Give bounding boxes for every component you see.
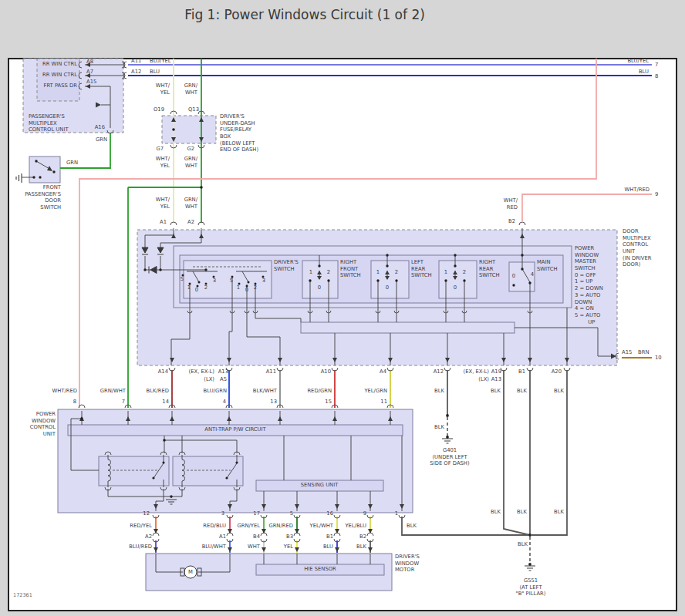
ground-g401-label: G401 (UNDER LEFT SIDE OF DASH) bbox=[430, 447, 469, 467]
g401-ground-icon bbox=[442, 439, 453, 443]
door-switch-ground-icon bbox=[16, 173, 22, 183]
conn-a15: A15 bbox=[622, 349, 632, 356]
conn-a5: A5 bbox=[220, 376, 227, 383]
pin-a15: A15 bbox=[86, 79, 96, 86]
conn-a19-trim: (EX, EX-L) bbox=[464, 369, 489, 375]
solid-component-boxes bbox=[29, 157, 572, 591]
wire-brn: BRN bbox=[638, 349, 649, 356]
conn-b1b: B1 bbox=[326, 534, 333, 540]
drv-a0: 0 bbox=[195, 287, 198, 294]
pin-a2: A2 bbox=[187, 219, 194, 226]
page-ref-10: 10 bbox=[655, 355, 662, 362]
hie-sensor-label: HIE SENSOR bbox=[304, 566, 336, 573]
fuse-box-label: DRIVER'S UNDER-DASH FUSE/RELAY BOX (BELO… bbox=[220, 113, 258, 153]
lr-pos-0: 0 bbox=[386, 284, 389, 291]
wire-blu-grn: BLU/GRN bbox=[204, 388, 227, 395]
wire-wht-yel-3: WHT/ YEL bbox=[156, 197, 170, 210]
pwcu-pin-9b: 9 bbox=[363, 510, 366, 517]
power-windows-circuit-page: Fig 1: Power Windows Circuit (1 of 2) bbox=[0, 0, 685, 616]
master-switch-bus-bar bbox=[301, 322, 515, 333]
conn-a13: A13 bbox=[218, 369, 228, 375]
wire-grn-wht-1: GRN/ WHT bbox=[184, 82, 197, 96]
conn-a1b: A1 bbox=[219, 534, 226, 540]
pwcu-pin-5b: 5 bbox=[290, 510, 293, 517]
wire-blu: BLU bbox=[323, 544, 333, 550]
rr-pos-1: 1 bbox=[444, 269, 447, 276]
wire-wht-red-9 bbox=[522, 194, 652, 221]
pwcu-pin-4: 4 bbox=[223, 399, 226, 406]
drv-a2: 2 bbox=[204, 284, 208, 291]
conn-b2b: B2 bbox=[359, 534, 366, 540]
frt-pass-dr: FRT PASS DR bbox=[43, 82, 77, 89]
pin-g7: G7 bbox=[156, 146, 164, 153]
drivers-switch-label: DRIVER'S SWITCH bbox=[274, 259, 299, 272]
pwcu-pin-17b: 17 bbox=[253, 510, 260, 517]
drv-a3: 3 bbox=[213, 278, 216, 284]
wire-red-grn: RED/GRN bbox=[307, 388, 332, 395]
main-switch-label: MAIN SWITCH bbox=[537, 259, 558, 272]
pwcu-pin-15: 15 bbox=[325, 399, 332, 406]
conn-a20: A20 bbox=[552, 369, 562, 375]
rr-pos-2: 2 bbox=[463, 269, 466, 276]
conn-a4: A4 bbox=[380, 369, 386, 375]
passengers-multiplex-label: PASSENGER'S MULTIPLEX CONTROL UNIT bbox=[29, 113, 69, 133]
left-rear-switch-label: LEFT REAR SWITCH bbox=[411, 259, 432, 279]
wire-blk-b1: BLK bbox=[517, 388, 527, 395]
drv-a1: 1 bbox=[187, 284, 191, 291]
conn-b3: B3 bbox=[286, 534, 293, 540]
door-multiplex-label: DOOR MULTIPLEX CONTROL UNIT (IN DRIVER D… bbox=[623, 228, 652, 268]
drv-b3: 3 bbox=[262, 278, 265, 284]
wire-wht: WHT bbox=[248, 544, 260, 550]
conn-a10: A10 bbox=[321, 369, 331, 375]
conn-a14: A14 bbox=[158, 369, 168, 375]
lr-pos-2: 2 bbox=[395, 269, 398, 276]
wire-red-blu: RED/BLU bbox=[203, 523, 226, 530]
right-rear-switch-box bbox=[439, 261, 477, 298]
pwcu-pin-8: 8 bbox=[73, 399, 76, 406]
wire-grn-a16: GRN bbox=[96, 136, 107, 143]
wire-yel-wht: YEL/WHT bbox=[309, 523, 333, 530]
fuse-relay-box bbox=[162, 116, 216, 143]
wire-grn-red: GRN/RED bbox=[268, 523, 293, 530]
rr-pos-0: 0 bbox=[454, 284, 457, 291]
anti-trap-label: ANTI-TRAP P/W CIRCUIT bbox=[204, 426, 266, 433]
pin-a8: A8 bbox=[86, 59, 93, 66]
drv-b1: 1 bbox=[237, 284, 240, 291]
wire-grn-yel: GRN/YEL bbox=[237, 523, 260, 530]
relay-2-box bbox=[173, 456, 243, 486]
pwcu-pin-3b: 3 bbox=[221, 510, 224, 517]
pwcu-pin-16b: 16 bbox=[326, 510, 333, 517]
door-switch-box bbox=[29, 157, 60, 183]
wire-blk-a20: BLK bbox=[554, 388, 564, 395]
page-ref-8: 8 bbox=[655, 73, 658, 80]
wire-blu-yel-right: BLU/YEL bbox=[627, 58, 649, 65]
master-switch-label: POWER WINDOW MASTER SWITCH 0 = OFF 1 = U… bbox=[575, 245, 603, 325]
conn-a19: A19 bbox=[491, 369, 501, 375]
pin-a11: A11 bbox=[131, 58, 141, 65]
wire-blk-a12: BLK bbox=[434, 388, 444, 395]
right-rear-switch-label: RIGHT REAR SWITCH bbox=[479, 259, 500, 279]
conn-a11: A11 bbox=[266, 369, 276, 375]
pin-q13: Q13 bbox=[188, 106, 199, 113]
page-ref-9: 9 bbox=[655, 191, 658, 198]
conn-a13b-trim: (LX) bbox=[478, 376, 489, 383]
wire-blk-pin1: BLK bbox=[407, 523, 417, 530]
pwcu-pin-13: 13 bbox=[270, 399, 277, 406]
wire-blk-g401: BLK bbox=[434, 424, 444, 431]
wire-grn-switch: GRN bbox=[66, 160, 78, 167]
wire-yel: YEL bbox=[284, 544, 293, 550]
wire-blu-red: BLU/RED bbox=[129, 544, 152, 550]
motor-label: DRIVER'S WINDOW MOTOR bbox=[395, 554, 420, 574]
wire-yel-grn: YEL/GRN bbox=[364, 388, 387, 395]
conn-a13b: A13 bbox=[491, 376, 501, 383]
pwcu-pin-12b: 12 bbox=[143, 510, 150, 517]
sensing-unit-label: SENSING UNIT bbox=[301, 482, 339, 489]
rr-win-ctrl-1: RR WIN CTRL bbox=[42, 61, 77, 68]
wire-grn-wht-2: GRN/ WHT bbox=[184, 156, 197, 169]
wire-yel-blu: YEL/BLU bbox=[345, 523, 366, 530]
wire-wht-red-right: WHT/RED bbox=[624, 187, 650, 194]
conn-b4: B4 bbox=[253, 534, 260, 540]
conn-a12: A12 bbox=[434, 369, 444, 375]
conn-a13-trim: (EX, EX-L) bbox=[189, 369, 214, 375]
wire-grn-wht-3: GRN/ WHT bbox=[184, 197, 197, 210]
